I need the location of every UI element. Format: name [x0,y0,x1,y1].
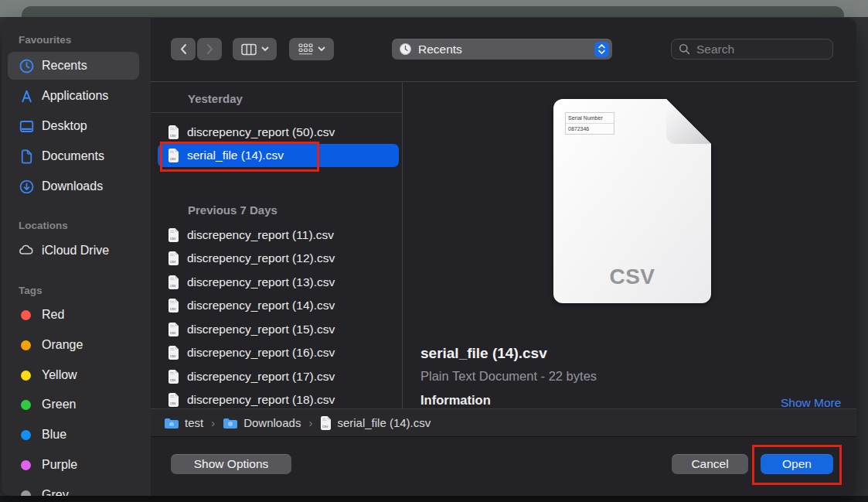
file-name: discrepency_report (50).csv [187,125,335,139]
tag-label: Purple [42,458,77,472]
show-options-button[interactable]: Show Options [171,454,291,474]
sidebar-item-label: Downloads [42,179,103,193]
file-row-discrepency-report-14[interactable]: discrepency_report (14).csv [158,294,399,317]
breadcrumb-item-downloads[interactable]: Downloads [223,416,301,429]
list-section-previous-7-days: Previous 7 Days [188,203,277,218]
sidebar-item-icloud-drive[interactable]: iCloud Drive [8,237,139,265]
chevron-right-icon [206,43,214,55]
list-section-divider [151,112,402,113]
tag-label: Blue [42,428,66,442]
list-preview-divider [402,81,403,408]
breadcrumb-label: test [185,416,203,429]
sidebar-item-desktop[interactable]: Desktop [8,112,139,140]
search-field[interactable] [671,39,833,60]
file-row-discrepency-report-50[interactable]: discrepency_report (50).csv [158,121,399,144]
list-section-yesterday: Yesterday [188,91,243,107]
location-dropdown[interactable]: Recents [392,39,612,60]
forward-button[interactable] [197,38,222,60]
breadcrumb-label: serial_file (14).csv [337,416,431,429]
breadcrumb-label: Downloads [243,416,301,429]
tag-label: Yellow [42,368,77,382]
sidebar-item-applications[interactable]: Applications [8,82,139,110]
sidebar-item-label: Applications [42,89,108,103]
csv-type-label: CSV [553,265,711,289]
csv-file-icon [168,125,179,139]
csv-file-icon [168,346,179,360]
download-circle-icon [18,178,35,195]
csv-file-icon [168,275,179,289]
csv-file-icon [168,393,179,407]
tag-color-dot [21,430,31,440]
file-row-discrepency-report-15[interactable]: discrepency_report (15).csv [158,318,399,341]
sidebar-item-tag-red[interactable]: Red [8,301,139,329]
sidebar-item-documents[interactable]: Documents [8,142,139,170]
toolbar-divider [151,81,856,82]
column-view-button[interactable] [233,38,277,60]
sidebar-item-recents[interactable]: Recents [8,52,139,80]
tag-color-dot [21,400,31,410]
sidebar-item-downloads[interactable]: Downloads [8,172,139,200]
sidebar-item-tag-grey[interactable]: Grey [8,481,139,496]
grid-view-icon [298,43,313,55]
sidebar-item-tag-green[interactable]: Green [8,391,139,418]
location-dropdown-value: Recents [418,43,462,56]
downloads-folder-icon [223,417,238,429]
desktop-icon [18,118,35,135]
file-row-discrepency-report-17[interactable]: discrepency_report (17).csv [158,365,399,388]
serial-table-header: Serial Number [566,113,614,124]
breadcrumb-item-serial-file[interactable]: serial_file (14).csv [320,416,431,430]
file-name: discrepency_report (17).csv [187,370,335,384]
file-name: discrepency_report (12).csv [187,251,335,265]
sidebar-section-favourites: Favourites [19,33,71,47]
sidebar-section-tags: Tags [19,284,43,298]
file-row-discrepency-report-11[interactable]: discrepency_report (11).csv [158,224,399,247]
breadcrumb-separator: › [308,416,312,429]
serial-table-value: 0872346 [566,124,614,134]
group-view-button[interactable] [289,38,334,60]
file-row-discrepency-report-16[interactable]: discrepency_report (16).csv [158,341,399,364]
background-bottom-strip [0,496,868,502]
sidebar-section-locations: Locations [19,219,68,233]
file-icon [320,416,332,430]
home-folder-icon [164,417,179,429]
back-button[interactable] [171,38,196,60]
file-name: discrepency_report (14).csv [187,299,335,312]
chevron-down-icon [318,46,325,52]
clock-icon [18,57,35,74]
tag-color-dot [21,340,31,350]
tag-color-dot [21,371,31,381]
sidebar-item-tag-yellow[interactable]: Yellow [8,361,139,389]
dropdown-stepper-icon[interactable] [594,42,609,57]
search-input[interactable] [695,42,814,57]
file-name: discrepency_report (11).csv [187,228,334,242]
path-bar: test › Downloads › serial_file (14).csv [151,408,856,437]
sidebar-item-tag-orange[interactable]: Orange [8,331,139,359]
cancel-button[interactable]: Cancel [672,454,748,474]
breadcrumb-separator: › [211,416,215,429]
chevron-left-icon [179,43,188,55]
search-icon [679,43,690,55]
tag-label: Green [42,398,76,412]
csv-file-icon [168,299,179,312]
app-store-icon [18,87,35,104]
sidebar-item-label: Desktop [42,119,87,133]
file-name: discrepency_report (13).csv [187,275,335,289]
annotation-box-open-button [752,445,842,485]
file-row-discrepency-report-13[interactable]: discrepency_report (13).csv [158,271,399,294]
breadcrumb-item-test[interactable]: test [164,416,203,429]
csv-file-icon [168,370,179,384]
open-file-dialog: Favourites Recents Applications Desktop [2,17,856,496]
file-row-discrepency-report-12[interactable]: discrepency_report (12).csv [158,247,399,270]
preview-file-kind: Plain Text Document - 22 bytes [420,369,597,384]
sidebar-item-tag-blue[interactable]: Blue [8,421,139,449]
tag-label: Orange [42,338,83,352]
background-window-titlebar [22,6,844,17]
sidebar-item-tag-purple[interactable]: Purple [8,451,139,479]
preview-filename: serial_file (14).csv [420,345,547,362]
preview-serial-table: Serial Number 0872346 [565,112,614,135]
sidebar-item-label: Documents [42,149,104,163]
preview-information-heading: Information [420,393,491,408]
document-icon [18,148,35,165]
file-name: discrepency_report (16).csv [187,346,335,360]
tag-color-dot [21,460,31,470]
